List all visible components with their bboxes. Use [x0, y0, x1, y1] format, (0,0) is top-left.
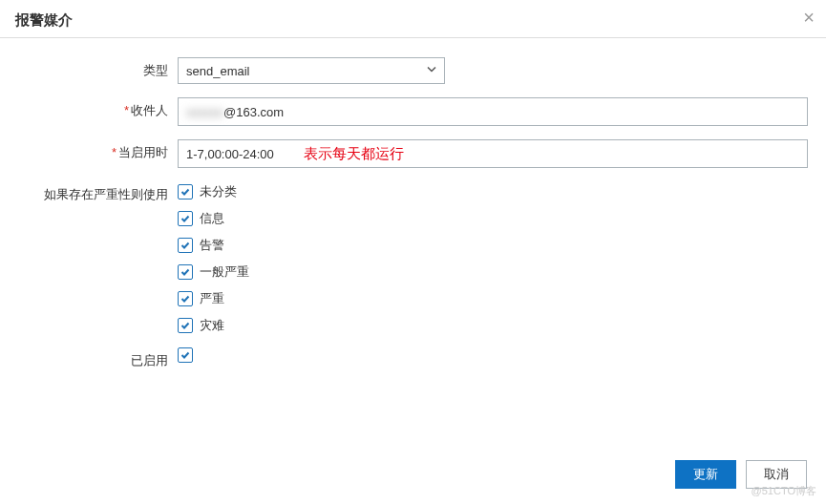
when-enabled-input[interactable] [178, 139, 808, 168]
dialog-footer: 更新 取消 [675, 460, 807, 489]
checkbox-label: 未分类 [200, 183, 237, 200]
severity-option-4: 严重 [178, 290, 811, 307]
checkbox-disaster[interactable] [178, 318, 193, 333]
checkbox-enabled[interactable] [178, 347, 193, 363]
row-enabled: 已启用 [15, 347, 811, 369]
checkbox-label: 一般严重 [200, 263, 249, 281]
checkbox-unclassified[interactable] [178, 184, 193, 200]
checkbox-info[interactable] [178, 211, 193, 226]
close-icon[interactable]: × [803, 8, 815, 27]
severity-option-0: 未分类 [178, 183, 811, 200]
type-select-input[interactable] [178, 57, 445, 84]
row-severity: 如果存在严重性则使用 未分类 信息 告警 一般严重 [15, 181, 811, 334]
label-recipient: *收件人 [15, 97, 178, 119]
severity-option-2: 告警 [178, 237, 811, 254]
cancel-button[interactable]: 取消 [746, 460, 807, 489]
severity-option-3: 一般严重 [178, 263, 811, 281]
checkbox-label: 告警 [200, 237, 224, 254]
severity-option-1: 信息 [178, 210, 811, 227]
checkbox-label: 灾难 [200, 317, 224, 334]
label-enabled: 已启用 [15, 347, 178, 369]
severity-checkbox-list: 未分类 信息 告警 一般严重 严重 [178, 181, 811, 334]
row-type: 类型 [15, 57, 811, 84]
row-recipient: *收件人 xxxxxx@163.com [15, 97, 811, 126]
recipient-input[interactable]: xxxxxx@163.com [178, 97, 808, 126]
row-when-enabled: *当启用时 表示每天都运行 [15, 139, 811, 168]
checkbox-average[interactable] [178, 264, 193, 280]
checkbox-warning[interactable] [178, 238, 193, 253]
label-when-enabled: *当启用时 [15, 139, 178, 161]
checkbox-label: 信息 [200, 210, 224, 227]
severity-option-5: 灾难 [178, 317, 811, 334]
dialog-header: 报警媒介 × [0, 0, 826, 38]
label-type: 类型 [15, 57, 178, 79]
form-body: 类型 *收件人 xxxxxx@163.com *当启用时 表示每天都运行 [0, 38, 826, 390]
dialog-title: 报警媒介 [15, 11, 811, 30]
label-severity: 如果存在严重性则使用 [15, 181, 178, 203]
checkbox-label: 严重 [200, 290, 224, 307]
type-select[interactable] [178, 57, 445, 84]
update-button[interactable]: 更新 [675, 460, 736, 489]
checkbox-high[interactable] [178, 291, 193, 306]
